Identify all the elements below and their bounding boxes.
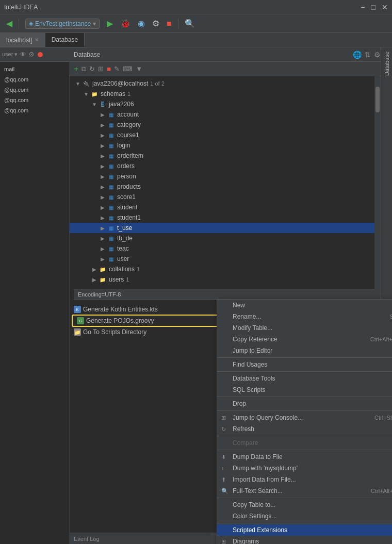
script-label-directory: Go To Scripts Directory bbox=[83, 328, 146, 336]
gear-icon[interactable]: ⚙ bbox=[374, 51, 381, 59]
edit-icon[interactable]: ✎ bbox=[114, 65, 120, 73]
ctx-item-fulltext-search[interactable]: 🔍 Full-Text Search... Ctrl+Alt+Shift+F bbox=[217, 485, 392, 497]
ctx-item-new[interactable]: New ▶ bbox=[217, 300, 392, 311]
ctx-mysqldump-label: Dump with 'mysqldump' bbox=[233, 465, 392, 472]
copy-icon[interactable]: ⧉ bbox=[81, 65, 86, 73]
ctx-diagrams-label: Diagrams bbox=[233, 538, 392, 544]
add-datasource-icon[interactable]: + bbox=[74, 64, 78, 74]
tree-table-tb-de[interactable]: ▶ ▦ tb_de bbox=[70, 233, 392, 243]
ctx-import-icon: ⬆ bbox=[221, 476, 231, 483]
ctx-item-find-usages[interactable]: Find Usages Alt+F7 bbox=[217, 359, 392, 370]
coverage-button[interactable]: ◉ bbox=[136, 18, 147, 29]
stop-button[interactable]: ■ bbox=[165, 18, 174, 29]
back-button[interactable]: ◀ bbox=[4, 18, 14, 29]
tab-localhost-label: localhost] bbox=[6, 37, 32, 44]
tree-collations[interactable]: ▶ 📁 collations 1 bbox=[70, 264, 392, 274]
schema-icon[interactable]: ⊞ bbox=[98, 65, 104, 73]
table-label-tb-de: tb_de bbox=[117, 235, 133, 242]
tab-database[interactable]: Database bbox=[45, 33, 85, 47]
ctx-item-jump-console[interactable]: ⊞ Jump to Query Console... Ctrl+Shift+F1… bbox=[217, 412, 392, 423]
tree-table-person[interactable]: ▶ ▦ person bbox=[70, 171, 392, 182]
search-everywhere-button[interactable]: 🔍 bbox=[183, 18, 197, 29]
ctx-item-diagrams[interactable]: ⊞ Diagrams ▶ bbox=[217, 536, 392, 544]
ctx-item-compare[interactable]: Compare Ctrl+D bbox=[217, 437, 392, 449]
ctx-find-label: Find Usages bbox=[233, 361, 390, 368]
tree-table-score1[interactable]: ▶ ▦ score1 bbox=[70, 192, 392, 202]
table-icon-category: ▦ bbox=[107, 121, 115, 129]
table-label-student1: student1 bbox=[117, 214, 141, 221]
maximize-button[interactable]: □ bbox=[371, 3, 375, 11]
ctx-item-rename[interactable]: Rename... Shift+F6 bbox=[217, 311, 392, 322]
close-icon[interactable] bbox=[38, 52, 43, 57]
tree-schema-java2206[interactable]: ▼ 🗄 java2206 bbox=[70, 99, 392, 109]
table-label-score1: score1 bbox=[117, 193, 136, 201]
run-button[interactable]: ▶ bbox=[105, 18, 115, 29]
ctx-diagrams-icon: ⊞ bbox=[221, 538, 231, 545]
ctx-item-copy-reference[interactable]: Copy Reference Ctrl+Alt+Shift+C bbox=[217, 334, 392, 345]
ctx-item-db-tools[interactable]: Database Tools ▶ bbox=[217, 373, 392, 384]
window-controls: − □ ✕ bbox=[361, 3, 388, 11]
tree-table-student1[interactable]: ▶ ▦ student1 bbox=[70, 212, 392, 223]
ctx-scripted-label: Scripted Extensions bbox=[233, 526, 392, 534]
filter-icon[interactable]: ⇅ bbox=[365, 51, 371, 59]
settings-icon[interactable]: ⚙ bbox=[28, 51, 35, 58]
right-sidebar-db-label[interactable]: Database bbox=[384, 52, 390, 76]
refresh-db-icon[interactable]: ↻ bbox=[89, 65, 95, 73]
ctx-item-drop[interactable]: Drop Delete bbox=[217, 398, 392, 409]
tree-table-products[interactable]: ▶ ▦ products bbox=[70, 182, 392, 192]
run-config-dropdown-icon: ▾ bbox=[93, 20, 96, 27]
script-label-kotlin: Generate Kotlin Entities.kts bbox=[83, 306, 158, 313]
tree-table-login[interactable]: ▶ ▦ login bbox=[70, 140, 392, 151]
table-arrow-score1: ▶ bbox=[99, 194, 107, 200]
scrollbar-thumb bbox=[375, 87, 380, 112]
ctx-item-refresh[interactable]: ↻ Refresh Ctrl+F5 bbox=[217, 423, 392, 435]
tree-users[interactable]: ▶ 📁 users 1 bbox=[70, 274, 392, 285]
console-icon[interactable]: ⌨ bbox=[123, 65, 133, 73]
ctx-sep-4 bbox=[217, 410, 392, 411]
tree-table-user[interactable]: ▶ ▦ user bbox=[70, 254, 392, 264]
directory-icon: 📁 bbox=[74, 328, 81, 336]
user-selector[interactable]: user ▾ bbox=[2, 51, 18, 58]
eye-icon[interactable]: 👁 bbox=[20, 51, 26, 58]
ctx-item-modify-table[interactable]: Modify Table... Ctrl+F6 bbox=[217, 322, 392, 334]
ctx-item-scripted-extensions[interactable]: Scripted Extensions ▶ bbox=[217, 524, 392, 536]
tree-table-orderitem[interactable]: ▶ ▦ orderitem bbox=[70, 151, 392, 161]
tree-table-t-use[interactable]: ▶ ▦ t_use bbox=[70, 223, 392, 233]
debug-button[interactable]: 🐞 bbox=[118, 18, 133, 29]
ctx-item-import[interactable]: ⬆ Import Data from File... bbox=[217, 474, 392, 485]
minimize-button[interactable]: − bbox=[361, 3, 365, 11]
schemas-arrow: ▼ bbox=[82, 91, 90, 97]
ctx-item-jump-editor[interactable]: Jump to Editor F4 bbox=[217, 345, 392, 356]
stop-db-icon[interactable]: ■ bbox=[107, 65, 111, 73]
tree-table-course1[interactable]: ▶ ▦ course1 bbox=[70, 130, 392, 140]
ctx-item-dump-mysqldump[interactable]: ↕ Dump with 'mysqldump' bbox=[217, 463, 392, 474]
tree-schemas[interactable]: ▼ 📁 schemas 1 bbox=[70, 89, 392, 99]
profile-button[interactable]: ⚙ bbox=[150, 18, 161, 29]
tree-table-teac[interactable]: ▶ ▦ teac bbox=[70, 243, 392, 254]
tab-localhost-close[interactable]: ✕ bbox=[35, 37, 39, 43]
close-button[interactable]: ✕ bbox=[382, 3, 388, 11]
table-arrow-course1: ▶ bbox=[99, 133, 107, 138]
connection-icon: 🔌 bbox=[82, 79, 90, 88]
ctx-drop-label: Drop bbox=[233, 400, 390, 407]
ctx-console-icon: ⊞ bbox=[221, 415, 231, 421]
tree-table-category[interactable]: ▶ ▦ category bbox=[70, 120, 392, 130]
ctx-search-label: Full-Text Search... bbox=[233, 487, 367, 494]
tab-localhost[interactable]: localhost] ✕ bbox=[0, 33, 45, 47]
ctx-item-copy-table[interactable]: Copy Table to... F5 bbox=[217, 499, 392, 510]
users-label: users bbox=[109, 276, 124, 283]
ctx-item-dump-file[interactable]: ⬇ Dump Data to File bbox=[217, 451, 392, 463]
sync-icon[interactable]: 🌐 bbox=[353, 51, 362, 59]
run-config-selector[interactable]: ◈ EnvTest.getInstance ▾ bbox=[25, 19, 100, 29]
tree-connection[interactable]: ▼ 🔌 java2206@localhost 1 of 2 bbox=[70, 78, 392, 89]
left-panel-toolbar: user ▾ 👁 ⚙ bbox=[0, 47, 69, 62]
tree-table-orders[interactable]: ▶ ▦ orders bbox=[70, 161, 392, 171]
tree-table-student[interactable]: ▶ ▦ student bbox=[70, 202, 392, 212]
tree-table-account[interactable]: ▶ ▦ account bbox=[70, 109, 392, 120]
ctx-sep-3 bbox=[217, 397, 392, 397]
filter-db-icon[interactable]: ▼ bbox=[136, 65, 142, 73]
ctx-item-sql-scripts[interactable]: SQL Scripts ▶ bbox=[217, 384, 392, 395]
ctx-item-color-settings[interactable]: Color Settings... bbox=[217, 510, 392, 522]
left-panel: user ▾ 👁 ⚙ mail @qq.com @qq.com @qq.com … bbox=[0, 47, 70, 544]
table-icon-login: ▦ bbox=[107, 141, 115, 150]
